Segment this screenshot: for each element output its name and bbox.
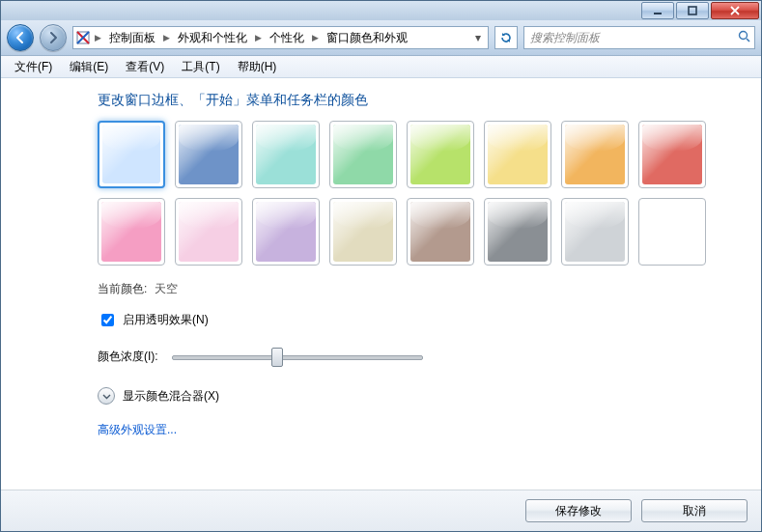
minimize-button[interactable] (641, 2, 674, 19)
color-swatch-5[interactable] (484, 121, 551, 188)
svg-rect-0 (654, 13, 662, 14)
current-color-row: 当前颜色: 天空 (98, 281, 761, 297)
color-swatch-12[interactable] (407, 198, 474, 266)
breadcrumb-seg-1[interactable]: 外观和个性化 (174, 30, 251, 46)
transparency-row: 启用透明效果(N) (98, 311, 761, 329)
menu-help[interactable]: 帮助(H) (230, 57, 285, 77)
chevron-right-icon: ▶ (310, 33, 321, 42)
expand-mixer-button[interactable] (98, 387, 115, 405)
window-frame: ▶ 控制面板 ▶ 外观和个性化 ▶ 个性化 ▶ 窗口颜色和外观 ▾ (0, 0, 762, 532)
save-button[interactable]: 保存修改 (525, 499, 632, 522)
chevron-right-icon: ▶ (253, 33, 264, 42)
menu-edit[interactable]: 编辑(E) (62, 57, 116, 77)
current-color-value: 天空 (155, 282, 178, 295)
color-swatch-4[interactable] (407, 121, 474, 188)
intensity-label: 颜色浓度(I): (98, 349, 158, 365)
intensity-slider[interactable] (172, 347, 423, 366)
color-swatch-9[interactable] (175, 198, 242, 266)
footer-bar: 保存修改 取消 (1, 490, 761, 531)
search-input[interactable] (528, 30, 734, 45)
page-title: 更改窗口边框、「开始」菜单和任务栏的颜色 (98, 92, 761, 109)
color-swatch-13[interactable] (484, 198, 551, 266)
current-color-label: 当前颜色: (98, 282, 147, 295)
color-swatch-11[interactable] (329, 198, 397, 266)
caption-bar (1, 1, 761, 20)
color-swatch-10[interactable] (252, 198, 320, 266)
color-swatch-15[interactable] (638, 198, 706, 266)
color-swatch-grid (98, 121, 761, 266)
breadcrumb-seg-2[interactable]: 个性化 (266, 30, 308, 46)
color-swatch-8[interactable] (98, 198, 165, 266)
color-swatch-0[interactable] (98, 121, 165, 188)
menu-bar: 文件(F) 编辑(E) 查看(V) 工具(T) 帮助(H) (1, 56, 761, 78)
search-icon (738, 30, 750, 45)
menu-tools[interactable]: 工具(T) (174, 57, 227, 77)
color-swatch-14[interactable] (561, 198, 629, 266)
color-swatch-1[interactable] (175, 121, 242, 188)
menu-view[interactable]: 查看(V) (118, 57, 172, 77)
svg-rect-1 (689, 7, 696, 14)
nav-back-button[interactable] (7, 24, 34, 51)
breadcrumb[interactable]: ▶ 控制面板 ▶ 外观和个性化 ▶ 个性化 ▶ 窗口颜色和外观 ▾ (72, 26, 489, 49)
color-swatch-6[interactable] (561, 121, 629, 188)
refresh-button[interactable] (494, 26, 518, 49)
cancel-button[interactable]: 取消 (641, 499, 748, 522)
content-area: 更改窗口边框、「开始」菜单和任务栏的颜色 当前颜色: 天空 启用透明效果(N) … (1, 78, 761, 490)
nav-forward-button[interactable] (40, 24, 67, 51)
chevron-right-icon: ▶ (93, 33, 103, 42)
advanced-appearance-link[interactable]: 高级外观设置... (98, 422, 761, 438)
search-box[interactable] (523, 26, 755, 49)
color-swatch-3[interactable] (329, 121, 397, 188)
close-button[interactable] (711, 2, 759, 19)
breadcrumb-seg-0[interactable]: 控制面板 (105, 30, 159, 46)
breadcrumb-dropdown-button[interactable]: ▾ (470, 31, 486, 44)
svg-point-3 (740, 32, 748, 40)
color-swatch-2[interactable] (252, 121, 320, 188)
mixer-row: 显示颜色混合器(X) (98, 387, 761, 405)
transparency-checkbox[interactable] (101, 314, 114, 326)
menu-file[interactable]: 文件(F) (7, 57, 60, 77)
intensity-row: 颜色浓度(I): (98, 347, 761, 366)
slider-thumb[interactable] (271, 348, 283, 367)
mixer-label[interactable]: 显示颜色混合器(X) (123, 388, 219, 405)
transparency-label[interactable]: 启用透明效果(N) (123, 312, 209, 328)
maximize-button[interactable] (676, 2, 709, 19)
color-swatch-7[interactable] (638, 121, 706, 188)
location-icon (75, 30, 91, 45)
chevron-down-icon (102, 392, 111, 401)
breadcrumb-seg-3[interactable]: 窗口颜色和外观 (323, 30, 411, 46)
chevron-right-icon: ▶ (161, 33, 172, 42)
address-bar: ▶ 控制面板 ▶ 外观和个性化 ▶ 个性化 ▶ 窗口颜色和外观 ▾ (1, 20, 761, 56)
